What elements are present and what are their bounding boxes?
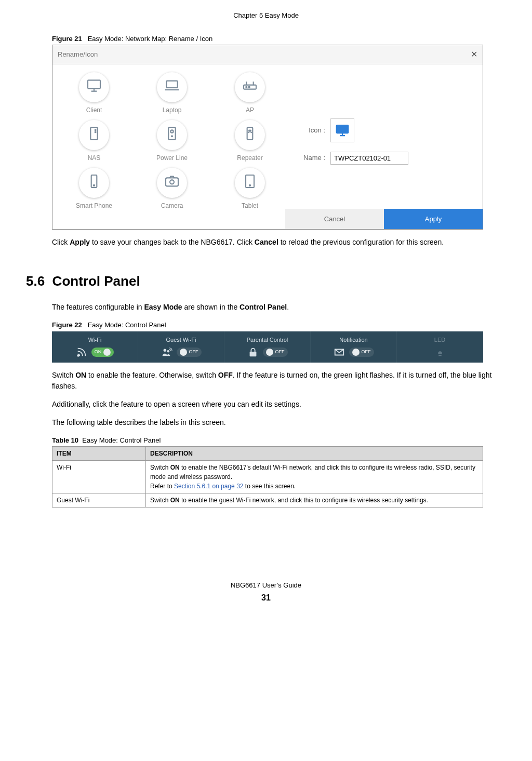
icon-label: Power Line (141, 153, 203, 163)
apply-cancel-paragraph: Click Apply to save your changes back to… (52, 237, 506, 248)
switch-paragraph: Switch ON to enable the feature. Otherwi… (52, 370, 506, 392)
device-name-input[interactable] (330, 152, 408, 165)
table-10-caption: Table 10 Easy Mode: Control Panel (52, 435, 506, 446)
figure-22-caption-text: Easy Mode: Control Panel (88, 321, 166, 329)
rename-icon-dialog: Rename/Icon ✕ Client Laptop AP (52, 45, 483, 230)
table-row: Guest Wi-Fi Switch ON to enable the gues… (52, 493, 483, 508)
table-cell-description: Switch ON to enable the NBG6617's defaul… (146, 461, 483, 493)
cancel-button[interactable]: Cancel (285, 209, 384, 230)
svg-point-10 (171, 136, 172, 137)
table-intro-paragraph: The following table describes the labels… (52, 417, 506, 428)
icon-option-camera[interactable]: Camera (141, 168, 203, 210)
svg-rect-5 (90, 127, 97, 140)
led-icon (434, 346, 446, 358)
figure-21-caption: Figure 21 Easy Mode: Network Map: Rename… (52, 34, 506, 44)
page-number: 31 (26, 592, 506, 604)
lock-icon (247, 346, 259, 358)
parental-toggle[interactable]: OFF (263, 348, 288, 357)
cp-item-led[interactable]: LED (397, 331, 483, 363)
notification-toggle[interactable]: OFF (349, 348, 374, 357)
svg-rect-0 (88, 80, 100, 88)
guest-wifi-icon (161, 346, 172, 358)
cp-item-wifi[interactable]: Wi-Fi ON (52, 331, 138, 363)
svg-rect-22 (249, 352, 256, 356)
name-field-label: Name : (297, 153, 325, 163)
table-cell-item: Guest Wi-Fi (52, 493, 146, 508)
dialog-titlebar: Rename/Icon ✕ (52, 45, 483, 64)
guide-name: NBG6617 User’s Guide (26, 580, 506, 591)
envelope-icon (334, 346, 345, 358)
icon-option-nas[interactable]: NAS (63, 120, 125, 163)
additionally-paragraph: Additionally, click the feature to open … (52, 399, 506, 410)
wifi-toggle[interactable]: ON (91, 348, 114, 357)
icon-label: Repeater (219, 153, 281, 163)
dialog-title: Rename/Icon (58, 49, 98, 60)
icon-option-repeater[interactable]: Repeater (219, 120, 281, 163)
cp-item-guest-wifi[interactable]: Guest Wi-Fi OFF (138, 331, 224, 363)
control-panel-bar: Wi-Fi ON Guest Wi-Fi OFF Parental Contro… (52, 331, 483, 363)
cp-item-notification[interactable]: Notification OFF (311, 331, 397, 363)
wifi-icon (76, 346, 87, 358)
icon-option-ap[interactable]: AP (219, 72, 281, 115)
svg-point-4 (249, 87, 250, 88)
svg-point-6 (95, 129, 96, 130)
icon-label: Smart Phone (63, 201, 125, 210)
guest-wifi-toggle[interactable]: OFF (177, 348, 202, 357)
table-head-item: ITEM (52, 447, 146, 461)
figure-22-number: Figure 22 (52, 321, 82, 329)
figure-21-caption-text: Easy Mode: Network Map: Rename / Icon (88, 35, 213, 43)
svg-point-17 (249, 185, 250, 186)
icon-option-laptop[interactable]: Laptop (141, 72, 203, 115)
apply-button[interactable]: Apply (384, 209, 483, 230)
svg-point-20 (163, 349, 166, 352)
table-row: Wi-Fi Switch ON to enable the NBG6617's … (52, 461, 483, 493)
nas-icon (86, 125, 102, 145)
svg-rect-14 (166, 178, 178, 186)
selected-icon-preview[interactable] (330, 118, 354, 142)
cross-ref-link[interactable]: Section 5.6.1 on page 32 (174, 483, 243, 490)
section-heading-5-6: 5.6 Control Panel (26, 271, 506, 291)
icon-label: AP (219, 105, 281, 115)
icon-label: NAS (63, 153, 125, 163)
laptop-icon (164, 77, 180, 97)
repeater-icon (242, 125, 258, 145)
figure-21-number: Figure 21 (52, 35, 82, 43)
svg-point-13 (94, 185, 95, 186)
svg-point-19 (77, 355, 79, 356)
camera-icon (164, 173, 180, 193)
powerline-icon (164, 125, 180, 145)
icon-option-client[interactable]: Client (63, 72, 125, 115)
svg-rect-1 (166, 81, 177, 88)
icon-label: Camera (141, 201, 203, 210)
chapter-header: Chapter 5 Easy Mode (26, 10, 506, 21)
table-head-description: DESCRIPTION (146, 447, 483, 461)
figure-22-caption: Figure 22 Easy Mode: Control Panel (52, 320, 506, 330)
svg-point-15 (170, 180, 174, 184)
svg-point-7 (95, 131, 96, 132)
table-cell-description: Switch ON to enable the guest Wi-Fi netw… (146, 493, 483, 508)
svg-point-3 (246, 87, 247, 88)
icon-label: Client (63, 105, 125, 115)
svg-rect-18 (337, 125, 349, 133)
cp-item-parental-control[interactable]: Parental Control OFF (224, 331, 311, 363)
router-icon (242, 77, 258, 97)
monitor-icon (335, 123, 350, 138)
section-intro-paragraph: The features configurable in Easy Mode a… (52, 302, 506, 313)
icon-option-tablet[interactable]: Tablet (219, 168, 281, 210)
icon-label: Tablet (219, 201, 281, 210)
icon-option-powerline[interactable]: Power Line (141, 120, 203, 163)
icon-grid: Client Laptop AP NAS (63, 72, 281, 210)
svg-rect-11 (247, 127, 253, 140)
table-cell-item: Wi-Fi (52, 461, 146, 493)
smartphone-icon (86, 173, 102, 193)
icon-label: Laptop (141, 105, 203, 115)
icon-field-label: Icon : (297, 125, 325, 136)
icon-option-smartphone[interactable]: Smart Phone (63, 168, 125, 210)
svg-point-9 (170, 130, 173, 132)
monitor-icon (86, 77, 102, 97)
tablet-icon (242, 173, 258, 193)
close-icon[interactable]: ✕ (471, 48, 477, 61)
page-footer: NBG6617 User’s Guide 31 (26, 580, 506, 604)
svg-point-21 (167, 350, 169, 353)
svg-rect-8 (168, 127, 175, 140)
